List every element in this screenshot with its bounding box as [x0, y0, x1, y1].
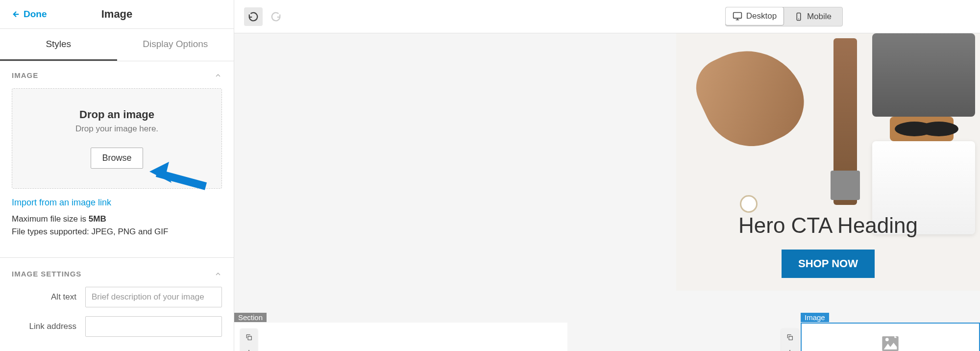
image-section-header[interactable]: IMAGE	[12, 71, 222, 79]
undo-redo-group	[244, 7, 285, 26]
canvas-toolbar: Desktop Mobile	[234, 0, 980, 33]
tab-display-options[interactable]: Display Options	[117, 29, 234, 61]
favorite-section-button[interactable]	[242, 346, 256, 351]
dropzone-subtitle: Drop your image here.	[22, 124, 212, 134]
image-section: IMAGE Drop an image Drop your image here…	[0, 61, 234, 248]
section-block[interactable]: Section	[234, 323, 567, 351]
alt-text-row: Alt text	[12, 287, 222, 307]
star-icon	[786, 349, 794, 351]
mobile-view-button[interactable]: Mobile	[784, 7, 842, 26]
panel-title: Image	[101, 8, 133, 21]
hero-preview-block[interactable]: Hero CTA Heading SHOP NOW	[676, 33, 980, 291]
image-placeholder-icon	[881, 334, 900, 351]
tab-styles[interactable]: Styles	[0, 29, 117, 61]
copy-icon	[245, 333, 253, 341]
settings-section-title: IMAGE SETTINGS	[12, 270, 81, 278]
image-settings-section: IMAGE SETTINGS Alt text Link address	[0, 258, 234, 351]
settings-panel: Done Image Styles Display Options IMAGE …	[0, 0, 234, 351]
chevron-up-icon	[214, 270, 222, 278]
desktop-label: Desktop	[746, 11, 777, 21]
favorite-image-button[interactable]	[783, 346, 797, 351]
image-block-toolbar	[781, 328, 799, 351]
browse-button[interactable]: Browse	[91, 148, 143, 169]
link-address-label: Link address	[12, 322, 85, 331]
alt-text-input[interactable]	[85, 287, 222, 307]
alt-text-label: Alt text	[12, 292, 85, 302]
file-info: Maximum file size is 5MB File types supp…	[12, 213, 222, 238]
product-belt	[833, 38, 857, 205]
copy-icon	[786, 333, 794, 341]
image-tag: Image	[801, 313, 829, 322]
svg-rect-6	[789, 336, 792, 340]
import-from-link[interactable]: Import from an image link	[12, 198, 111, 208]
device-toggle: Desktop Mobile	[725, 7, 843, 26]
image-section-title: IMAGE	[12, 71, 38, 79]
copy-image-button[interactable]	[783, 330, 797, 344]
undo-icon	[248, 11, 259, 22]
tabs: Styles Display Options	[0, 29, 234, 61]
section-block-toolbar	[240, 328, 258, 351]
product-glasses-case	[890, 117, 954, 141]
product-shoe	[686, 33, 817, 162]
mobile-icon	[794, 12, 803, 21]
file-types: File types supported: JPEG, PNG and GIF	[12, 227, 168, 236]
desktop-view-button[interactable]: Desktop	[725, 7, 784, 25]
image-dropzone[interactable]: Drop an image Drop your image here. Brow…	[12, 88, 222, 189]
desktop-icon	[733, 11, 742, 21]
svg-rect-5	[248, 336, 251, 340]
section-tag: Section	[234, 313, 267, 322]
done-button[interactable]: Done	[12, 9, 47, 20]
link-address-input[interactable]	[85, 316, 222, 337]
mobile-label: Mobile	[807, 12, 832, 22]
canvas-content: Hero CTA Heading SHOP NOW Section	[234, 33, 980, 351]
max-size-prefix: Maximum file size is	[12, 214, 89, 224]
panel-header: Done Image	[0, 0, 234, 29]
section-block-content	[234, 323, 567, 351]
undo-button[interactable]	[244, 7, 263, 26]
shop-now-button[interactable]: SHOP NOW	[782, 250, 875, 278]
dropzone-title: Drop an image	[22, 108, 212, 121]
star-icon	[245, 349, 253, 351]
max-size-value: 5MB	[89, 214, 106, 224]
svg-rect-0	[733, 12, 741, 18]
chevron-up-icon	[214, 72, 222, 79]
product-shirt-dark	[872, 33, 975, 117]
hero-heading[interactable]: Hero CTA Heading	[738, 213, 918, 238]
redo-button	[267, 7, 285, 26]
canvas-area: Desktop Mobile Hero CTA Heading SHOP NOW	[234, 0, 980, 351]
copy-section-button[interactable]	[242, 330, 256, 344]
redo-icon	[270, 11, 281, 22]
arrow-left-icon	[12, 10, 21, 19]
done-label: Done	[24, 9, 47, 20]
settings-section-header[interactable]: IMAGE SETTINGS	[12, 270, 222, 278]
link-address-row: Link address	[12, 316, 222, 337]
image-block-content[interactable]: Configure Image	[801, 323, 980, 351]
image-block[interactable]: Image Configure Image	[801, 323, 980, 351]
